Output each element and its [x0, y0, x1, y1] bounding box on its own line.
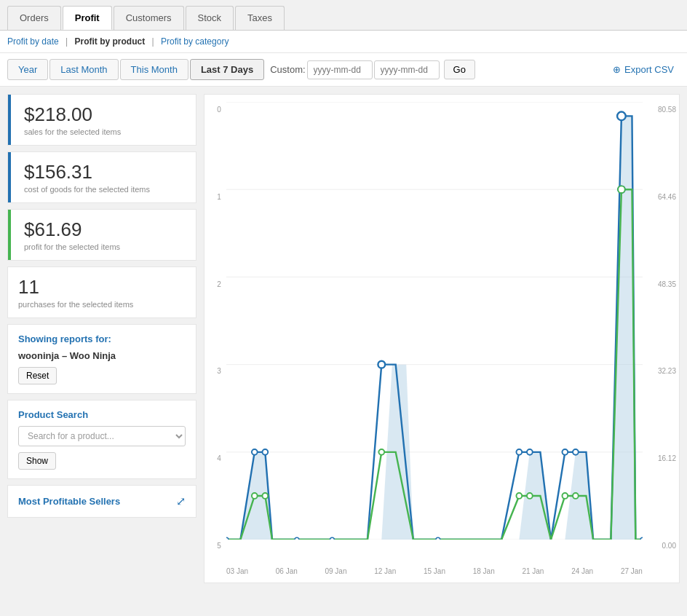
profit-bar-indicator [8, 210, 11, 260]
reports-for-name: wooninja – Woo Ninja [18, 350, 186, 361]
y-axis-left: 5 4 3 2 1 0 [212, 102, 226, 553]
dot-green-4 [516, 493, 522, 499]
y-right-0: 0.00 [649, 542, 676, 550]
tab-orders[interactable]: Orders [7, 6, 61, 30]
dot-zero-5 [640, 537, 643, 540]
y-left-5: 5 [212, 542, 226, 550]
sub-nav: Profit by date | Profit by product | Pro… [0, 31, 687, 53]
tab-taxes[interactable]: Taxes [235, 6, 285, 30]
profit-label: profit for the selected items [18, 242, 186, 251]
most-profitable-title: Most Profitable Sellers [18, 496, 120, 507]
x-label-12jan: 12 Jan [374, 567, 396, 575]
x-label-06jan: 06 Jan [276, 567, 298, 575]
y-left-0: 0 [212, 106, 226, 114]
y-right-2: 32.23 [649, 367, 676, 375]
export-label: Export CSV [624, 64, 674, 75]
dot-zero-1 [226, 537, 229, 540]
left-panel: $218.00 sales for the selected items $15… [7, 94, 196, 583]
dot-green-2 [262, 493, 268, 499]
x-label-24jan: 24 Jan [571, 567, 593, 575]
chart-svg [226, 102, 643, 540]
dot-blue-7 [573, 449, 579, 455]
period-last7days[interactable]: Last 7 Days [190, 59, 264, 80]
subnav-profit-by-date[interactable]: Profit by date [7, 36, 59, 47]
x-label-03jan: 03 Jan [226, 567, 248, 575]
dot-green-5 [527, 493, 533, 499]
period-bar: Year Last Month This Month Last 7 Days C… [0, 53, 687, 87]
y-left-1: 1 [212, 193, 226, 201]
y-left-3: 3 [212, 367, 226, 375]
reports-for-title: Showing reports for: [18, 333, 186, 344]
y-axis-right: 0.00 16.12 32.23 48.35 64.46 80.58 [646, 102, 679, 553]
sep2: | [152, 36, 154, 47]
stat-profit: $61.69 profit for the selected items [7, 209, 196, 261]
dot-blue-3 [378, 361, 385, 368]
chart-container: 5 4 3 2 1 0 [212, 102, 679, 575]
sep1: | [65, 36, 68, 47]
product-search-box: Product Search Search for a product... S… [7, 400, 196, 479]
reset-button[interactable]: Reset [18, 367, 57, 384]
y-right-4: 64.46 [649, 193, 676, 201]
product-search-title: Product Search [18, 409, 186, 420]
dot-green-6 [562, 493, 568, 499]
dot-zero-2 [295, 537, 299, 540]
custom-from-input[interactable] [307, 60, 373, 79]
dot-blue-4 [516, 449, 522, 455]
x-label-09jan: 09 Jan [325, 567, 346, 575]
y-left-2: 2 [212, 280, 226, 288]
dot-green-spike [618, 186, 625, 193]
y-right-3: 48.35 [649, 280, 676, 288]
expand-icon: ⤢ [176, 494, 186, 508]
dot-blue-6 [562, 449, 568, 455]
y-right-5: 80.58 [649, 106, 676, 114]
product-search-select[interactable]: Search for a product... [18, 426, 186, 446]
purchases-value: 11 [18, 276, 186, 299]
x-label-18jan: 18 Jan [473, 567, 495, 575]
export-csv-button[interactable]: ⊕ Export CSV [607, 60, 680, 79]
period-last-month[interactable]: Last Month [49, 59, 118, 80]
y-left-4: 4 [212, 454, 226, 462]
show-button[interactable]: Show [18, 452, 56, 470]
dot-zero-3 [330, 537, 335, 540]
x-label-15jan: 15 Jan [424, 567, 445, 575]
go-button[interactable]: Go [444, 60, 475, 79]
stat-purchases: 11 purchases for the selected items [7, 266, 196, 318]
most-profitable-box[interactable]: Most Profitable Sellers ⤢ [7, 485, 196, 518]
purchases-label: purchases for the selected items [18, 300, 186, 309]
dot-green-3 [378, 449, 384, 455]
dot-blue-5 [527, 449, 533, 455]
x-axis-labels: 03 Jan 06 Jan 09 Jan 12 Jan 15 Jan 18 Ja… [226, 557, 643, 575]
download-icon: ⊕ [613, 64, 621, 75]
cost-label: cost of goods for the selected items [18, 185, 186, 194]
stat-cost: $156.31 cost of goods for the selected i… [7, 151, 196, 203]
tab-profit[interactable]: Profit [63, 6, 112, 30]
main-content: $218.00 sales for the selected items $15… [0, 87, 687, 591]
dot-blue-1 [252, 449, 258, 455]
period-this-month[interactable]: This Month [120, 59, 188, 80]
dot-blue-spike [617, 112, 626, 121]
cost-bar-indicator [8, 152, 11, 202]
subnav-profit-by-category[interactable]: Profit by category [161, 36, 229, 47]
chart-area: 5 4 3 2 1 0 [204, 94, 680, 583]
x-label-21jan: 21 Jan [522, 567, 544, 575]
subnav-profit-by-product[interactable]: Profit by product [75, 36, 146, 47]
tab-customers[interactable]: Customers [114, 6, 184, 30]
profit-value: $61.69 [18, 218, 186, 241]
stat-sales: $218.00 sales for the selected items [7, 94, 196, 146]
custom-label: Custom: [270, 64, 305, 75]
sales-label: sales for the selected items [18, 127, 186, 136]
custom-to-input[interactable] [374, 60, 440, 79]
x-label-27jan: 27 Jan [621, 567, 643, 575]
reports-for-box: Showing reports for: wooninja – Woo Ninj… [7, 324, 196, 394]
top-tabs: Orders Profit Customers Stock Taxes [0, 0, 687, 31]
cost-value: $156.31 [18, 161, 186, 183]
sales-bar-indicator [8, 95, 11, 145]
dot-green-1 [252, 493, 258, 499]
dot-green-7 [573, 493, 579, 499]
dot-zero-4 [436, 537, 440, 540]
dot-blue-2 [262, 449, 268, 455]
period-year[interactable]: Year [7, 59, 48, 80]
tab-stock[interactable]: Stock [186, 6, 234, 30]
sales-value: $218.00 [18, 103, 186, 126]
y-right-1: 16.12 [649, 454, 676, 462]
